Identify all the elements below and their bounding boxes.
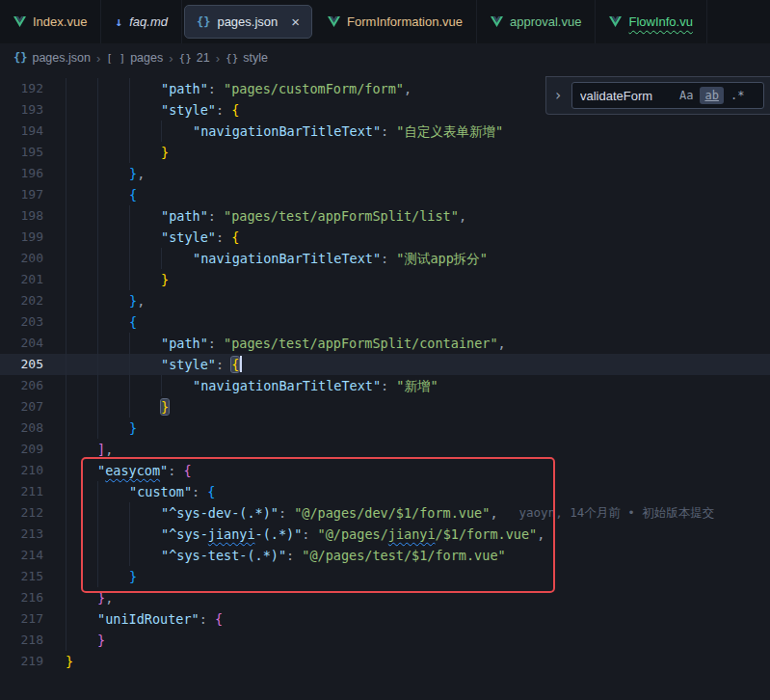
code-line-218[interactable]: 218} [0,630,770,651]
indent-guide [66,269,97,290]
tab-faq-md[interactable]: ↓faq.md [101,0,182,43]
match-case-button[interactable]: Aa [675,87,698,104]
indent-guide [66,502,97,524]
line-number[interactable]: 204 [0,333,43,354]
line-number[interactable]: 217 [0,608,43,630]
code-text: } [97,630,105,651]
indent-guide [97,566,129,587]
code-line-201[interactable]: 201} [0,269,770,290]
line-number[interactable]: 218 [0,630,43,651]
code-line-219[interactable]: 219} [0,651,770,672]
regex-button[interactable]: .* [726,87,749,104]
code-line-204[interactable]: 204"path": "pages/test/appFormSplit/cont… [0,333,770,354]
code-line-205[interactable]: 205"style": { [0,354,770,375]
line-number[interactable]: 196 [0,163,43,184]
code-line-200[interactable]: 200"navigationBarTitleText": "测试app拆分" [0,248,770,269]
code-line-212[interactable]: 212"^sys-dev-(.*)": "@/pages/dev/$1/form… [0,502,770,524]
vue-icon [13,16,26,27]
indent-guide [66,78,97,99]
breadcrumb-item-style[interactable]: {}style [226,51,268,65]
tab-forminformation-vue[interactable]: FormInformation.vue [314,0,477,43]
indent-guide [66,608,97,630]
code-line-216[interactable]: 216}, [0,587,770,608]
code-text: "custom": { [129,481,215,502]
line-number[interactable]: 207 [0,396,43,417]
line-number[interactable]: 211 [0,481,43,502]
line-number[interactable]: 206 [0,375,43,396]
line-number[interactable]: 215 [0,566,43,587]
code-line-217[interactable]: 217"uniIdRouter": { [0,608,770,630]
tab-flowinfo-vu[interactable]: FlowInfo.vu [596,0,706,43]
whole-word-button[interactable]: ab [700,87,723,104]
code-text: }, [129,290,145,311]
line-number[interactable]: 212 [0,502,43,524]
line-number[interactable]: 193 [0,99,43,121]
line-number[interactable]: 202 [0,290,43,311]
chevron-right-icon[interactable]: › [550,87,566,104]
indent-guide [129,333,161,354]
line-number[interactable]: 219 [0,651,43,672]
code-line-215[interactable]: 215} [0,566,770,587]
code-line-206[interactable]: 206"navigationBarTitleText": "新增" [0,375,770,396]
code-text: "^sys-jianyi-(.*)": "@/pages/jianyi/$1/f… [161,524,544,545]
line-number[interactable]: 216 [0,587,43,608]
line-number[interactable]: 213 [0,524,43,545]
line-number[interactable]: 214 [0,545,43,566]
code-line-197[interactable]: 197{ [0,184,770,205]
find-query-input[interactable] [580,89,673,103]
code-line-207[interactable]: 207} [0,396,770,417]
code-line-209[interactable]: 209], [0,439,770,460]
indent-guide [66,396,97,417]
line-number[interactable]: 198 [0,205,43,227]
code-line-194[interactable]: 194"navigationBarTitleText": "自定义表单新增" [0,121,770,142]
code-line-210[interactable]: 210"easycom": { [0,460,770,481]
find-input-box[interactable]: Aa ab .* [571,82,764,109]
code-line-202[interactable]: 202}, [0,290,770,311]
close-icon[interactable]: × [291,14,300,29]
breadcrumb-separator: › [169,51,173,66]
tab-pages-json[interactable]: {}pages.json× [184,5,312,39]
code-text: "navigationBarTitleText": "新增" [193,375,438,396]
line-number[interactable]: 194 [0,121,43,142]
code-line-208[interactable]: 208} [0,417,770,439]
indent-guide [97,311,129,333]
indent-guide [66,121,97,142]
code-text: ], [97,439,113,460]
tab-approval-vue[interactable]: approval.vue [477,0,596,43]
breadcrumb-item-pages[interactable]: [ ]pages [106,51,163,65]
code-line-213[interactable]: 213"^sys-jianyi-(.*)": "@/pages/jianyi/$… [0,524,770,545]
code-line-199[interactable]: 199"style": { [0,227,770,248]
breadcrumb: {}pages.json›[ ]pages›{}21›{}style [0,43,770,72]
tab-index-vue[interactable]: Index.vue [0,0,101,43]
code-line-195[interactable]: 195} [0,142,770,163]
breadcrumb-item-21[interactable]: {}21 [179,51,210,65]
code-line-214[interactable]: 214"^sys-test-(.*)": "@/pages/test/$1/fo… [0,545,770,566]
line-number[interactable]: 200 [0,248,43,269]
indent-guide [97,333,129,354]
line-number[interactable]: 192 [0,78,43,99]
indent-guide [97,121,129,142]
code-line-203[interactable]: 203{ [0,311,770,333]
line-number[interactable]: 199 [0,227,43,248]
code-line-196[interactable]: 196}, [0,163,770,184]
breadcrumb-item-pages-json[interactable]: {}pages.json [13,51,91,65]
code-line-211[interactable]: 211"custom": { [0,481,770,502]
line-number[interactable]: 197 [0,184,43,205]
code-text: } [129,417,137,439]
indent-guide [66,290,97,311]
indent-guide [97,524,129,545]
line-number[interactable]: 205 [0,354,43,375]
code-text: }, [97,587,113,608]
line-number[interactable]: 209 [0,439,43,460]
line-number[interactable]: 195 [0,142,43,163]
code-line-198[interactable]: 198"path": "pages/test/appFormSplit/list… [0,205,770,227]
line-number[interactable]: 201 [0,269,43,290]
line-number[interactable]: 210 [0,460,43,481]
indent-guide [129,227,161,248]
line-number[interactable]: 208 [0,417,43,439]
code-text: { [129,311,137,333]
indent-guide [97,227,129,248]
line-number[interactable]: 203 [0,311,43,333]
code-text: "easycom": { [97,460,192,481]
indent-guide [97,545,129,566]
